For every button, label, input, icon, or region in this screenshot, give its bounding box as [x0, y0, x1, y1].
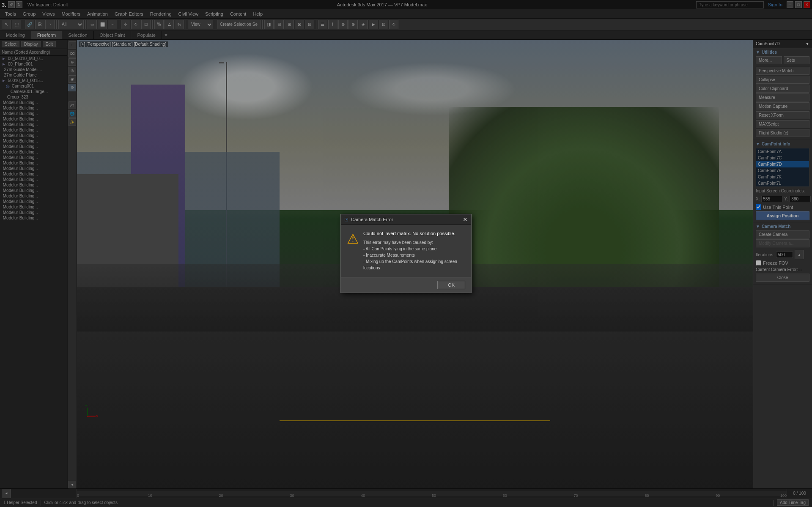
- modal-app-icon: ⊡: [344, 217, 348, 222]
- modal-title-text: Camera Match Error: [351, 217, 393, 222]
- modal-close-btn[interactable]: ✕: [463, 216, 468, 223]
- modal-titlebar: ⊡ Camera Match Error ✕: [341, 214, 471, 225]
- modal-content: ⚠ Could not invert matrix. No solution p…: [341, 225, 471, 277]
- modal-title: ⊡ Camera Match Error: [344, 217, 393, 222]
- modal-detail-line1: - All CamPoints lying in the same plane: [363, 247, 436, 251]
- modal-footer: OK: [341, 277, 471, 293]
- modal-overlay[interactable]: ⊡ Camera Match Error ✕ ⚠ Could not inver…: [0, 0, 812, 507]
- modal-detail-header: This error may have been caused by:: [363, 240, 433, 245]
- modal-detail-line3: - Mixing up the CamPoints when assigning…: [363, 259, 457, 270]
- modal-ok-btn[interactable]: OK: [437, 281, 465, 289]
- camera-match-error-dialog: ⊡ Camera Match Error ✕ ⚠ Could not inver…: [340, 214, 472, 293]
- modal-text: Could not invert matrix. No solution pos…: [363, 231, 465, 271]
- warning-icon: ⚠: [347, 231, 359, 271]
- modal-detail-line2: - Inaccurate Measurements: [363, 253, 415, 258]
- modal-detail: This error may have been caused by: - Al…: [363, 239, 465, 271]
- modal-main-message: Could not invert matrix. No solution pos…: [363, 231, 465, 236]
